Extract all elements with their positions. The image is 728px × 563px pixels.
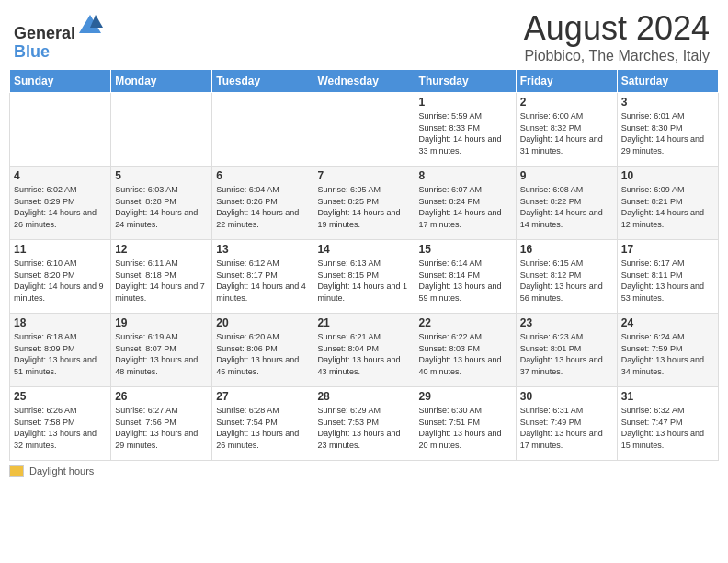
- calendar-cell: 26Sunrise: 6:27 AM Sunset: 7:56 PM Dayli…: [111, 387, 212, 461]
- day-number: 27: [216, 390, 309, 403]
- day-number: 9: [520, 169, 613, 182]
- day-info: Sunrise: 6:03 AM Sunset: 8:28 PM Dayligh…: [115, 184, 208, 230]
- col-saturday: Saturday: [617, 70, 718, 93]
- calendar-cell: 10Sunrise: 6:09 AM Sunset: 8:21 PM Dayli…: [617, 167, 718, 240]
- calendar-week-5: 25Sunrise: 6:26 AM Sunset: 7:58 PM Dayli…: [10, 387, 719, 461]
- calendar-body: 1Sunrise: 5:59 AM Sunset: 8:33 PM Daylig…: [10, 93, 719, 461]
- day-number: 12: [115, 243, 208, 256]
- day-number: 14: [317, 243, 410, 256]
- logo: General Blue: [14, 13, 103, 62]
- calendar-cell: 25Sunrise: 6:26 AM Sunset: 7:58 PM Dayli…: [10, 387, 111, 461]
- col-friday: Friday: [516, 70, 617, 93]
- calendar-cell: 8Sunrise: 6:07 AM Sunset: 8:24 PM Daylig…: [415, 167, 516, 240]
- day-number: 6: [216, 169, 309, 182]
- day-number: 18: [14, 316, 107, 329]
- day-number: 4: [14, 169, 107, 182]
- calendar-cell: 5Sunrise: 6:03 AM Sunset: 8:28 PM Daylig…: [111, 167, 212, 240]
- day-info: Sunrise: 6:12 AM Sunset: 8:17 PM Dayligh…: [216, 258, 309, 304]
- day-number: 31: [621, 390, 714, 403]
- day-number: 23: [520, 316, 613, 329]
- day-info: Sunrise: 6:01 AM Sunset: 8:30 PM Dayligh…: [621, 110, 714, 156]
- calendar-header: Sunday Monday Tuesday Wednesday Thursday…: [10, 70, 719, 93]
- day-info: Sunrise: 6:18 AM Sunset: 8:09 PM Dayligh…: [14, 331, 107, 377]
- col-wednesday: Wednesday: [313, 70, 415, 93]
- logo-blue-text: Blue: [14, 42, 50, 61]
- calendar-cell: 24Sunrise: 6:24 AM Sunset: 7:59 PM Dayli…: [617, 314, 718, 387]
- calendar-cell: 15Sunrise: 6:14 AM Sunset: 8:14 PM Dayli…: [415, 240, 516, 314]
- day-number: 13: [216, 243, 309, 256]
- calendar-cell: 3Sunrise: 6:01 AM Sunset: 8:30 PM Daylig…: [617, 93, 718, 167]
- day-info: Sunrise: 6:08 AM Sunset: 8:22 PM Dayligh…: [520, 184, 613, 230]
- calendar-week-2: 4Sunrise: 6:02 AM Sunset: 8:29 PM Daylig…: [10, 167, 719, 240]
- calendar-cell: 31Sunrise: 6:32 AM Sunset: 7:47 PM Dayli…: [617, 387, 718, 461]
- calendar-cell: 1Sunrise: 5:59 AM Sunset: 8:33 PM Daylig…: [415, 93, 516, 167]
- day-info: Sunrise: 6:07 AM Sunset: 8:24 PM Dayligh…: [419, 184, 512, 230]
- day-number: 28: [317, 390, 410, 403]
- calendar-week-4: 18Sunrise: 6:18 AM Sunset: 8:09 PM Dayli…: [10, 314, 719, 387]
- calendar-cell: 21Sunrise: 6:21 AM Sunset: 8:04 PM Dayli…: [313, 314, 415, 387]
- day-number: 10: [621, 169, 714, 182]
- logo-general-text: General: [14, 24, 75, 42]
- day-info: Sunrise: 6:29 AM Sunset: 7:53 PM Dayligh…: [317, 405, 410, 451]
- day-info: Sunrise: 6:22 AM Sunset: 8:03 PM Dayligh…: [419, 331, 512, 377]
- day-number: 5: [115, 169, 208, 182]
- day-info: Sunrise: 6:19 AM Sunset: 8:07 PM Dayligh…: [115, 331, 208, 377]
- day-number: 17: [621, 243, 714, 256]
- calendar-cell: 4Sunrise: 6:02 AM Sunset: 8:29 PM Daylig…: [10, 167, 111, 240]
- days-of-week-row: Sunday Monday Tuesday Wednesday Thursday…: [10, 70, 719, 93]
- day-number: 20: [216, 316, 309, 329]
- header: General Blue August 2024 Piobbico, The M…: [0, 0, 728, 69]
- footer: Daylight hours: [0, 461, 728, 481]
- day-info: Sunrise: 6:21 AM Sunset: 8:04 PM Dayligh…: [317, 331, 410, 377]
- calendar-cell: [313, 93, 415, 167]
- day-info: Sunrise: 6:13 AM Sunset: 8:15 PM Dayligh…: [317, 258, 410, 304]
- day-info: Sunrise: 6:02 AM Sunset: 8:29 PM Dayligh…: [14, 184, 107, 230]
- calendar-cell: 22Sunrise: 6:22 AM Sunset: 8:03 PM Dayli…: [415, 314, 516, 387]
- day-number: 1: [419, 96, 512, 109]
- col-tuesday: Tuesday: [212, 70, 313, 93]
- day-info: Sunrise: 6:24 AM Sunset: 7:59 PM Dayligh…: [621, 331, 714, 377]
- day-number: 29: [419, 390, 512, 403]
- month-year: August 2024: [524, 9, 710, 48]
- day-number: 30: [520, 390, 613, 403]
- day-number: 2: [520, 96, 613, 109]
- day-info: Sunrise: 6:14 AM Sunset: 8:14 PM Dayligh…: [419, 258, 512, 304]
- calendar-cell: 12Sunrise: 6:11 AM Sunset: 8:18 PM Dayli…: [111, 240, 212, 314]
- calendar-cell: 2Sunrise: 6:00 AM Sunset: 8:32 PM Daylig…: [516, 93, 617, 167]
- day-info: Sunrise: 6:09 AM Sunset: 8:21 PM Dayligh…: [621, 184, 714, 230]
- day-info: Sunrise: 6:05 AM Sunset: 8:25 PM Dayligh…: [317, 184, 410, 230]
- col-thursday: Thursday: [415, 70, 516, 93]
- calendar-cell: 6Sunrise: 6:04 AM Sunset: 8:26 PM Daylig…: [212, 167, 313, 240]
- location: Piobbico, The Marches, Italy: [524, 48, 710, 64]
- day-info: Sunrise: 6:11 AM Sunset: 8:18 PM Dayligh…: [115, 258, 208, 304]
- day-info: Sunrise: 6:27 AM Sunset: 7:56 PM Dayligh…: [115, 405, 208, 451]
- day-number: 15: [419, 243, 512, 256]
- day-info: Sunrise: 6:28 AM Sunset: 7:54 PM Dayligh…: [216, 405, 309, 451]
- calendar-cell: 19Sunrise: 6:19 AM Sunset: 8:07 PM Dayli…: [111, 314, 212, 387]
- day-info: Sunrise: 6:04 AM Sunset: 8:26 PM Dayligh…: [216, 184, 309, 230]
- col-monday: Monday: [111, 70, 212, 93]
- calendar-cell: 17Sunrise: 6:17 AM Sunset: 8:11 PM Dayli…: [617, 240, 718, 314]
- day-info: Sunrise: 6:31 AM Sunset: 7:49 PM Dayligh…: [520, 405, 613, 451]
- calendar-cell: 29Sunrise: 6:30 AM Sunset: 7:51 PM Dayli…: [415, 387, 516, 461]
- calendar-cell: 20Sunrise: 6:20 AM Sunset: 8:06 PM Dayli…: [212, 314, 313, 387]
- day-info: Sunrise: 6:10 AM Sunset: 8:20 PM Dayligh…: [14, 258, 107, 304]
- calendar: Sunday Monday Tuesday Wednesday Thursday…: [9, 69, 719, 461]
- day-info: Sunrise: 6:20 AM Sunset: 8:06 PM Dayligh…: [216, 331, 309, 377]
- day-info: Sunrise: 6:15 AM Sunset: 8:12 PM Dayligh…: [520, 258, 613, 304]
- calendar-cell: 30Sunrise: 6:31 AM Sunset: 7:49 PM Dayli…: [516, 387, 617, 461]
- day-info: Sunrise: 6:00 AM Sunset: 8:32 PM Dayligh…: [520, 110, 613, 156]
- day-number: 22: [419, 316, 512, 329]
- day-info: Sunrise: 6:26 AM Sunset: 7:58 PM Dayligh…: [14, 405, 107, 451]
- day-number: 26: [115, 390, 208, 403]
- day-info: Sunrise: 6:32 AM Sunset: 7:47 PM Dayligh…: [621, 405, 714, 451]
- title-block: August 2024 Piobbico, The Marches, Italy: [524, 9, 710, 64]
- day-number: 21: [317, 316, 410, 329]
- day-info: Sunrise: 6:23 AM Sunset: 8:01 PM Dayligh…: [520, 331, 613, 377]
- day-number: 3: [621, 96, 714, 109]
- day-number: 8: [419, 169, 512, 182]
- day-number: 11: [14, 243, 107, 256]
- day-number: 19: [115, 316, 208, 329]
- day-number: 24: [621, 316, 714, 329]
- calendar-cell: 28Sunrise: 6:29 AM Sunset: 7:53 PM Dayli…: [313, 387, 415, 461]
